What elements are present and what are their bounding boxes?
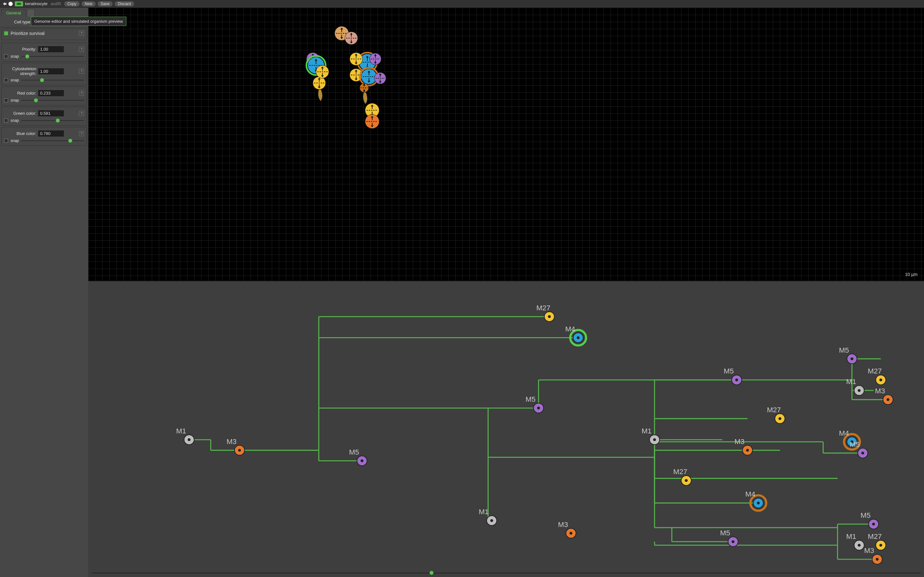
tree-node-label: M27	[536, 304, 551, 312]
tree-svg: M27M4M1M3M5M5M1M3M1M27M5M27M3M4M5M5M27M1…	[88, 282, 924, 577]
snap-label: snap	[11, 139, 19, 143]
new-button[interactable]: New	[81, 1, 95, 6]
help-icon[interactable]: ?	[79, 111, 84, 116]
tree-node-label: M27	[868, 367, 882, 376]
tree-node-label: M3	[864, 547, 874, 555]
prop-input-green[interactable]	[38, 110, 64, 116]
slider-green[interactable]	[21, 118, 84, 123]
slider-thumb[interactable]	[40, 78, 44, 82]
tree-node-label: M1	[479, 508, 489, 516]
prop-label: Red color:	[4, 91, 36, 95]
tree-node-label: M1	[846, 378, 856, 386]
tree-node-label: M1	[176, 427, 186, 435]
snap-checkbox-priority[interactable]	[4, 55, 8, 58]
organism-preview[interactable]: 10 µm	[88, 8, 924, 281]
svg-point-103	[746, 449, 749, 452]
tree-node-label: M5	[839, 346, 849, 354]
slider-priority[interactable]	[21, 54, 84, 59]
help-icon[interactable]: ?	[79, 47, 84, 52]
svg-point-106	[732, 540, 734, 543]
tree-node-label: M3	[734, 438, 744, 446]
brand-chip-icon[interactable]	[15, 1, 23, 6]
slider-thumb[interactable]	[56, 119, 60, 122]
snap-checkbox-red[interactable]	[4, 98, 8, 102]
status-indicator	[8, 1, 13, 6]
help-icon[interactable]: ?	[79, 91, 84, 96]
save-button[interactable]: Save	[97, 1, 113, 6]
slider-thumb[interactable]	[25, 55, 29, 58]
svg-point-114	[872, 523, 875, 526]
tree-node-label: M27	[767, 406, 781, 414]
cell[interactable]	[342, 29, 361, 48]
svg-point-116	[858, 544, 861, 547]
cell-type-label: Cell type:	[2, 19, 31, 24]
snap-label: snap	[11, 118, 19, 123]
tree-node-label: M5	[720, 529, 730, 537]
svg-point-107	[851, 358, 853, 360]
help-icon[interactable]: ?	[79, 131, 84, 136]
tree-node-label: M27	[868, 533, 882, 541]
tree-node-label: M3	[875, 387, 885, 395]
lineage-tree[interactable]: M27M4M1M3M5M5M1M3M1M27M5M27M3M4M5M5M27M1…	[88, 281, 924, 577]
svg-point-110	[887, 398, 889, 401]
top-bar: keratinocyte asdf0 Copy New Save Discard	[0, 0, 924, 8]
cell[interactable]	[367, 50, 384, 68]
snap-checkbox-cyto[interactable]	[4, 78, 8, 82]
file-title: keratinocyte	[25, 1, 47, 6]
scale-label: 10 µm	[905, 272, 918, 277]
prop-green: Green color:?snap	[1, 107, 87, 126]
prop-label: Priority:	[4, 47, 36, 52]
tab-tooltip: Genome editor and simulated organism pre…	[31, 17, 126, 26]
tree-node-label: M1	[846, 533, 856, 541]
svg-point-117	[876, 558, 879, 561]
prop-label: Green color:	[4, 111, 36, 116]
prop-label: Cytoskeleton strength:	[4, 66, 36, 76]
sidebar: General Genome editor and simulated orga…	[0, 8, 88, 577]
tree-node-label: M5	[850, 440, 860, 448]
svg-point-95	[360, 460, 363, 463]
svg-point-113	[861, 452, 864, 455]
prioritize-checkbox[interactable]	[4, 31, 8, 35]
prop-input-blue[interactable]	[38, 131, 64, 137]
time-slider[interactable]	[88, 570, 924, 576]
discard-button[interactable]: Discard	[115, 1, 134, 6]
cell[interactable]	[313, 62, 332, 81]
svg-point-100	[685, 479, 688, 482]
snap-label: snap	[11, 54, 19, 59]
svg-point-94	[238, 449, 241, 452]
prop-blue: Blue color:?snap	[1, 127, 87, 146]
slider-red[interactable]	[21, 98, 84, 103]
prop-input-cyto[interactable]	[38, 68, 64, 74]
svg-point-96	[537, 407, 540, 410]
slider-thumb[interactable]	[34, 98, 38, 102]
back-button[interactable]	[2, 1, 6, 6]
tree-node-label: M4	[565, 325, 575, 333]
snap-label: snap	[11, 78, 19, 82]
tree-node-label: M4	[745, 490, 755, 498]
snap-checkbox-blue[interactable]	[4, 139, 8, 143]
slider-thumb[interactable]	[68, 139, 72, 143]
tree-node-label: M5	[349, 448, 359, 456]
help-icon[interactable]: ?	[79, 31, 84, 36]
slider-blue[interactable]	[21, 139, 84, 143]
cells-layer	[88, 8, 924, 281]
tab-other[interactable]	[27, 9, 35, 17]
svg-point-90	[548, 316, 551, 318]
snap-checkbox-green[interactable]	[4, 119, 8, 122]
svg-point-97	[490, 519, 493, 522]
prop-input-red[interactable]	[38, 90, 64, 96]
copy-button[interactable]: Copy	[64, 1, 79, 6]
time-slider-thumb[interactable]	[430, 571, 433, 575]
tab-general[interactable]: General	[1, 9, 26, 17]
cell[interactable]	[371, 69, 389, 87]
svg-point-99	[653, 438, 656, 442]
cell[interactable]	[362, 111, 383, 132]
slider-cyto[interactable]	[21, 78, 84, 82]
prop-label: Blue color:	[4, 131, 36, 136]
svg-point-98	[569, 532, 572, 535]
snap-label: snap	[11, 98, 19, 103]
prop-input-priority[interactable]	[38, 46, 64, 52]
svg-point-92	[577, 337, 580, 340]
sidebar-tabs: General Genome editor and simulated orga…	[0, 8, 88, 17]
help-icon[interactable]: ?	[79, 69, 84, 74]
